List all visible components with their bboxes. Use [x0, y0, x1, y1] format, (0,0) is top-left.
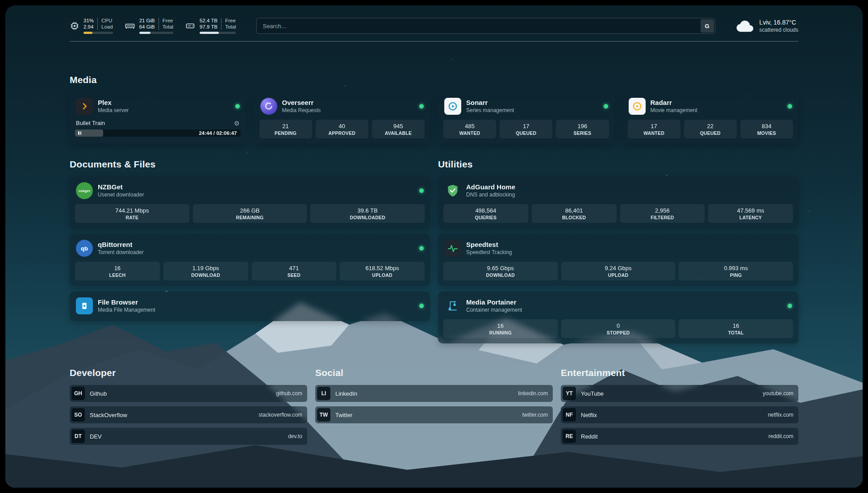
linkedin-badge-icon: LI	[317, 387, 330, 400]
status-online-dot	[604, 104, 608, 109]
search-engine-button[interactable]: G	[701, 19, 714, 33]
pause-icon[interactable]	[78, 131, 81, 135]
section-title-developer: Developer	[70, 368, 307, 378]
playback-progress-bar[interactable]: 24:44 / 02:06:47	[75, 130, 241, 137]
now-playing-title: Bullet Train	[76, 120, 105, 126]
app-portainer[interactable]: Media Portainer Container management	[443, 296, 793, 319]
weather-widget: Lviv, 16.87°C scattered clouds	[736, 19, 798, 33]
reddit-badge-icon: RE	[563, 430, 576, 443]
entertainment-column: Entertainment YT YouTube youtube.com NF …	[561, 368, 798, 445]
bookmark-linkedin[interactable]: LI LinkedIn linkedin.com	[315, 385, 553, 402]
section-title-social: Social	[315, 368, 553, 378]
dev-badge-icon: DT	[71, 430, 85, 443]
section-title-entertainment: Entertainment	[561, 368, 798, 378]
search-bar: G	[256, 18, 715, 34]
app-card-sonarr: Sonarr Series management 485 WANTED 17 Q…	[438, 92, 614, 144]
gear-icon[interactable]: ⚙	[234, 120, 240, 126]
app-speedtest[interactable]: Speedtest Speedtest Tracking	[443, 238, 793, 262]
twitter-badge-icon: TW	[317, 408, 330, 422]
app-filebrowser[interactable]: File Browser Media File Management	[75, 296, 425, 316]
status-online-dot	[419, 188, 424, 193]
stat-rate: 744.21 Mbps RATE	[75, 204, 189, 223]
app-card-radarr: Radarr Movie management 17 WANTED 22 QUE…	[622, 92, 799, 144]
stat-filtered: 2,956 FILTERED	[620, 204, 705, 223]
app-name: Sonarr	[466, 99, 514, 107]
app-radarr[interactable]: Radarr Movie management	[628, 96, 793, 120]
app-name: File Browser	[98, 298, 155, 306]
media-cards-row: Plex Media server Bullet Train ⚙ 24:44 /…	[70, 92, 798, 144]
app-adguard[interactable]: AdGuard Home DNS and adblocking	[443, 181, 793, 204]
social-column: Social LI LinkedIn linkedin.com TW Twitt…	[315, 368, 553, 445]
window-frame: 31% CPU 2.94 Load 21 GiB	[0, 0, 868, 493]
cpu-progress-bar	[83, 32, 113, 34]
stat-upload: 618.52 Mbps UPLOAD	[340, 262, 425, 280]
stats-row: 16 LEECH 1.19 Gbps DOWNLOAD 471 SEED	[75, 262, 425, 280]
portainer-crane-icon	[444, 297, 461, 314]
app-subtitle: Usenet downloader	[98, 192, 144, 198]
overseerr-icon	[260, 98, 277, 115]
stats-row: 16 RUNNING 0 STOPPED 16 TOTAL	[443, 319, 793, 338]
bookmark-stackoverflow[interactable]: SO StackOverflow stackoverflow.com	[70, 406, 307, 423]
stats-row: 744.21 Mbps RATE 266 GB REMAINING 39.6 T…	[75, 204, 425, 223]
app-subtitle: Torrent downloader	[98, 249, 144, 256]
bookmark-github[interactable]: GH Github github.com	[70, 385, 307, 402]
app-card-nzbget: nzbget NZBGet Usenet downloader 744.21 M…	[70, 176, 430, 228]
disk-icon	[185, 21, 196, 31]
bookmark-youtube[interactable]: YT YouTube youtube.com	[561, 385, 798, 402]
topbar-divider	[70, 41, 798, 42]
app-qbittorrent[interactable]: qb qBittorrent Torrent downloader	[75, 238, 425, 262]
app-sonarr[interactable]: Sonarr Series management	[443, 96, 609, 120]
stats-row: 17 WANTED 22 QUEUED 834 MOVIES	[628, 120, 793, 138]
app-card-filebrowser: File Browser Media File Management	[70, 292, 430, 321]
stat-queued: 22 QUEUED	[684, 120, 737, 138]
github-badge-icon: GH	[71, 387, 85, 400]
app-name: Media Portainer	[466, 298, 522, 306]
app-card-adguard: AdGuard Home DNS and adblocking 498,564 …	[438, 176, 798, 228]
app-plex[interactable]: Plex Media server	[75, 96, 241, 120]
section-title-documents: Documents & Files	[70, 159, 430, 170]
netflix-badge-icon: NF	[563, 408, 576, 422]
stat-movies: 834 MOVIES	[740, 120, 793, 138]
section-title-utilities: Utilities	[438, 159, 798, 170]
disk-total-label: Total	[221, 24, 236, 30]
app-subtitle: Media Requests	[282, 107, 321, 114]
stat-pending: 21 PENDING	[259, 120, 312, 138]
app-overseerr[interactable]: Overseerr Media Requests	[259, 96, 425, 120]
stat-running: 16 RUNNING	[443, 319, 558, 338]
weather-location: Lviv, 16.87°C	[760, 19, 798, 26]
ram-total-value: 64 GiB	[139, 24, 159, 30]
speedtest-pulse-icon	[444, 240, 461, 257]
top-bar: 31% CPU 2.94 Load 21 GiB	[70, 18, 798, 34]
cpu-usage-label: CPU	[97, 18, 113, 24]
stat-download: 9.65 Gbps DOWNLOAD	[443, 262, 558, 280]
stat-blocked: 86,401 BLOCKED	[532, 204, 617, 223]
stat-remaining: 266 GB REMAINING	[193, 204, 307, 223]
app-name: qBittorrent	[98, 241, 144, 249]
bookmark-dev[interactable]: DT DEV dev.to	[70, 428, 307, 445]
app-card-plex: Plex Media server Bullet Train ⚙ 24:44 /…	[70, 92, 246, 144]
app-card-overseerr: Overseerr Media Requests 21 PENDING 40 A…	[254, 92, 430, 144]
app-subtitle: Container management	[466, 307, 522, 313]
stat-ping: 0.993 ms PING	[679, 262, 793, 280]
bookmark-netflix[interactable]: NF Netflix netflix.com	[561, 406, 798, 423]
stats-row: 21 PENDING 40 APPROVED 945 AVAILABLE	[259, 120, 425, 138]
stat-wanted: 17 WANTED	[628, 120, 680, 138]
app-card-portainer: Media Portainer Container management 16 …	[438, 292, 798, 343]
status-online-dot	[788, 304, 792, 308]
cpu-chip-icon	[70, 21, 79, 31]
sonarr-icon	[444, 98, 461, 115]
ram-widget: 21 GiB Free 64 GiB Total	[125, 18, 173, 34]
disk-free-label: Free	[221, 18, 236, 24]
app-nzbget[interactable]: nzbget NZBGet Usenet downloader	[75, 181, 425, 204]
status-online-dot	[419, 104, 424, 109]
bookmark-twitter[interactable]: TW Twitter twitter.com	[315, 406, 553, 423]
ram-free-value: 21 GiB	[139, 18, 159, 24]
now-playing-row: Bullet Train ⚙	[75, 120, 241, 130]
search-input[interactable]	[256, 18, 715, 34]
bookmark-reddit[interactable]: RE Reddit reddit.com	[561, 428, 798, 445]
cpu-widget: 31% CPU 2.94 Load	[70, 18, 113, 34]
plex-icon	[76, 98, 93, 115]
app-card-qbittorrent: qb qBittorrent Torrent downloader 16 LEE…	[70, 234, 430, 286]
app-name: Overseerr	[282, 99, 321, 107]
status-online-dot	[419, 304, 424, 308]
